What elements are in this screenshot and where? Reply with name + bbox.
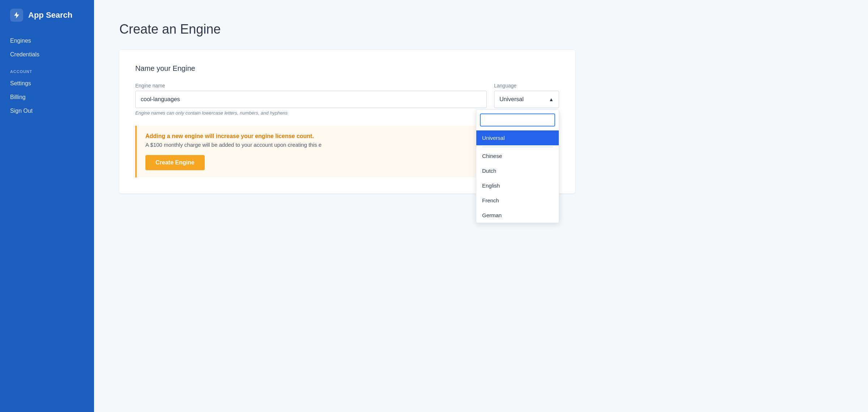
sidebar-item-credentials[interactable]: Credentials (0, 48, 94, 61)
lightning-bolt-icon (13, 11, 21, 19)
app-logo (10, 9, 23, 22)
language-search-input[interactable] (480, 113, 555, 126)
language-option-german[interactable]: German (476, 208, 559, 223)
app-title: App Search (28, 10, 72, 20)
create-engine-card: Name your Engine Engine name Language Un… (119, 50, 575, 193)
language-option-dutch[interactable]: Dutch (476, 163, 559, 178)
form-row: Engine name Language Universal ▲ Univers… (135, 83, 559, 108)
sidebar-item-engines[interactable]: Engines (0, 34, 94, 48)
sidebar-item-signout[interactable]: Sign Out (0, 104, 94, 118)
language-selected-value: Universal (499, 96, 524, 103)
language-select-button[interactable]: Universal ▲ (494, 91, 559, 108)
chevron-up-icon: ▲ (549, 96, 554, 102)
language-option-french[interactable]: French (476, 193, 559, 208)
language-dropdown-list: Universal Chinese Dutch English French G… (476, 130, 559, 223)
card-section-title: Name your Engine (135, 64, 559, 73)
page-title: Create an Engine (119, 22, 843, 37)
sidebar-header: App Search (0, 0, 94, 30)
language-dropdown: Universal Chinese Dutch English French G… (476, 110, 559, 223)
sidebar-account-section-label: ACCOUNT (0, 61, 94, 77)
language-option-english[interactable]: English (476, 178, 559, 193)
dropdown-search-container (476, 110, 559, 130)
engine-name-group: Engine name (135, 83, 487, 108)
dropdown-divider (482, 147, 553, 147)
create-engine-button[interactable]: Create Engine (145, 155, 205, 170)
engine-name-input[interactable] (135, 91, 487, 108)
language-group: Language Universal ▲ Universal Chinese D… (494, 83, 559, 108)
sidebar-item-billing[interactable]: Billing (0, 90, 94, 104)
language-option-chinese[interactable]: Chinese (476, 149, 559, 163)
sidebar-item-settings[interactable]: Settings (0, 77, 94, 90)
main-content: Create an Engine Name your Engine Engine… (94, 0, 868, 412)
language-option-universal[interactable]: Universal (476, 130, 559, 145)
language-label: Language (494, 83, 559, 89)
engine-name-label: Engine name (135, 83, 487, 89)
sidebar-nav: Engines Credentials ACCOUNT Settings Bil… (0, 30, 94, 121)
sidebar: App Search Engines Credentials ACCOUNT S… (0, 0, 94, 412)
